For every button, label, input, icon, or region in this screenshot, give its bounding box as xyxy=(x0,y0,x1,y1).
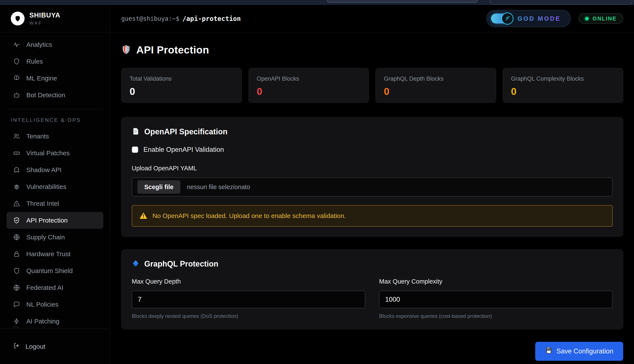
main-column: guest@shibuya:~$ /api-protection GOD MOD… xyxy=(110,5,634,364)
terminal-command: /api-protection xyxy=(182,15,241,22)
no-spec-warning: No OpenAPI spec loaded. Upload one to en… xyxy=(132,205,613,227)
sidebar-item-federated-ai[interactable]: Federated AI xyxy=(6,279,103,296)
god-mode-label: GOD MODE xyxy=(517,15,561,22)
document-emoji-icon xyxy=(132,128,140,136)
sidebar-item-label: ML Engine xyxy=(26,74,57,82)
sidebar-item-hardware-trust[interactable]: Hardware Trust xyxy=(6,246,103,262)
blue-diamond-emoji-icon xyxy=(132,260,140,268)
page-title: API Protection xyxy=(136,44,209,56)
online-dot-icon xyxy=(585,17,589,20)
sidebar-item-ai-patching[interactable]: AI Patching xyxy=(6,313,103,329)
max-query-depth-input[interactable] xyxy=(132,291,365,308)
clipped-sidebar-item xyxy=(13,327,20,329)
sidebar-item-label: Analytics xyxy=(26,41,52,48)
sidebar-item-label: Virtual Patches xyxy=(26,150,70,157)
terminal-prompt: guest@shibuya:~$ xyxy=(121,15,180,22)
sidebar-item-rules[interactable]: Rules xyxy=(6,53,103,70)
status-label: ONLINE xyxy=(592,16,617,22)
toggle-track[interactable] xyxy=(491,14,511,24)
sidebar-item-threat-intel[interactable]: Threat Intel xyxy=(6,195,103,212)
sidebar-item-quantum-shield[interactable]: Quantum Shield xyxy=(6,262,103,279)
enable-openapi-validation-row[interactable]: Enable OpenAPI Validation xyxy=(132,146,613,154)
stats-row: Total Validations 0 OpenAPI Blocks 0 Gra… xyxy=(121,68,623,103)
openapi-validation-label: Enable OpenAPI Validation xyxy=(144,146,224,154)
shield-icon xyxy=(13,58,20,65)
stat-value: 0 xyxy=(384,86,488,97)
file-status-text: nessun file selezionato xyxy=(187,184,250,191)
max-query-complexity-field: Max Query Complexity Blocks expensive qu… xyxy=(379,278,613,319)
save-row: Save Configuration xyxy=(121,342,623,361)
openapi-section-title: OpenAPI Specification xyxy=(144,127,228,136)
openapi-yaml-file-input[interactable]: Scegli file nessun file selezionato xyxy=(132,178,613,196)
brand-block: SHIBUYA WAF xyxy=(0,5,110,32)
sidebar-item-tenants[interactable]: Tenants xyxy=(6,128,103,145)
logout-button[interactable]: Logout xyxy=(13,342,45,351)
god-mode-toggle[interactable]: GOD MODE xyxy=(486,10,570,27)
max-query-complexity-label: Max Query Complexity xyxy=(379,278,613,285)
sidebar-divider xyxy=(7,109,102,109)
graphql-section: GraphQL Protection Max Query Depth Block… xyxy=(121,249,623,329)
save-configuration-button[interactable]: Save Configuration xyxy=(535,342,623,361)
sidebar-item-label: Hardware Trust xyxy=(26,250,70,258)
globe-icon xyxy=(13,234,20,241)
logout-label: Logout xyxy=(26,343,45,350)
sidebar-item-label: NL Policies xyxy=(26,301,58,308)
save-configuration-label: Save Configuration xyxy=(556,348,613,355)
sidebar-section-label: INTELLIGENCE & OPS xyxy=(6,115,103,128)
sidebar-item-label: API Protection xyxy=(26,217,68,224)
alert-triangle-icon xyxy=(13,200,20,207)
max-query-depth-field: Max Query Depth Blocks deeply nested que… xyxy=(132,278,365,319)
openapi-section: OpenAPI Specification Enable OpenAPI Val… xyxy=(121,117,623,237)
brand-subtitle: WAF xyxy=(29,20,60,26)
activity-icon xyxy=(13,41,20,48)
browser-urlbar-fragment xyxy=(327,0,478,2)
topbar: guest@shibuya:~$ /api-protection GOD MOD… xyxy=(110,5,634,32)
globe-icon xyxy=(13,284,20,291)
graphql-fields-grid: Max Query Depth Blocks deeply nested que… xyxy=(132,278,613,319)
sidebar-item-label: Quantum Shield xyxy=(26,267,73,274)
patch-icon xyxy=(13,150,20,157)
sidebar: SHIBUYA WAF Analytics Rules xyxy=(0,5,110,364)
status-badge: ONLINE xyxy=(578,13,623,24)
sidebar-item-api-protection[interactable]: API Protection xyxy=(6,212,103,229)
sidebar-footer: Logout xyxy=(0,329,110,364)
sidebar-item-nl-policies[interactable]: NL Policies xyxy=(6,296,103,313)
floppy-disk-icon xyxy=(545,347,552,356)
stat-value: 0 xyxy=(511,86,615,97)
stat-card-total-validations: Total Validations 0 xyxy=(121,68,242,103)
sidebar-item-ml-engine[interactable]: ML Engine xyxy=(6,70,103,87)
shield-icon xyxy=(13,267,20,274)
stat-card-graphql-depth-blocks: GraphQL Depth Blocks 0 xyxy=(376,68,496,103)
shield-emoji-icon xyxy=(121,45,131,56)
chat-icon xyxy=(13,301,20,308)
app-window: SHIBUYA WAF Analytics Rules xyxy=(0,5,634,364)
sidebar-item-virtual-patches[interactable]: Virtual Patches xyxy=(6,145,103,162)
sidebar-item-analytics[interactable]: Analytics xyxy=(6,36,103,53)
sidebar-item-bot-detection[interactable]: Bot Detection xyxy=(6,87,103,104)
stat-card-graphql-complexity-blocks: GraphQL Complexity Blocks 0 xyxy=(503,68,624,103)
sidebar-item-supply-chain[interactable]: Supply Chain xyxy=(6,229,103,246)
graphql-section-title-row: GraphQL Protection xyxy=(132,260,613,268)
sidebar-item-shadow-api[interactable]: Shadow API xyxy=(6,162,103,178)
max-query-complexity-input[interactable] xyxy=(379,291,613,308)
max-query-depth-helper: Blocks deeply nested queries (DoS protec… xyxy=(132,313,365,319)
sparkles-icon xyxy=(502,12,514,24)
main-content: API Protection Total Validations 0 OpenA… xyxy=(110,32,634,364)
choose-file-button[interactable]: Scegli file xyxy=(137,180,180,194)
browser-chrome-strip xyxy=(0,0,634,5)
graphql-section-title: GraphQL Protection xyxy=(144,260,218,268)
brain-icon xyxy=(13,74,20,82)
stat-value: 0 xyxy=(130,86,234,97)
sidebar-nav: Analytics Rules ML Engine Bot Detection xyxy=(0,32,110,329)
topbar-right: GOD MODE ONLINE xyxy=(486,10,623,27)
sidebar-item-vulnerabilities[interactable]: Vulnerabilities xyxy=(6,178,103,195)
brand-name: SHIBUYA xyxy=(29,12,60,19)
sidebar-item-label: Tenants xyxy=(26,132,49,140)
stat-label: GraphQL Complexity Blocks xyxy=(511,76,615,82)
warning-emoji-icon xyxy=(140,212,147,220)
max-query-depth-label: Max Query Depth xyxy=(132,278,365,285)
openapi-validation-checkbox[interactable] xyxy=(132,146,138,153)
sidebar-item-label: Rules xyxy=(26,58,43,65)
browser-popup-fragment xyxy=(490,0,632,5)
openapi-section-title-row: OpenAPI Specification xyxy=(132,127,613,136)
